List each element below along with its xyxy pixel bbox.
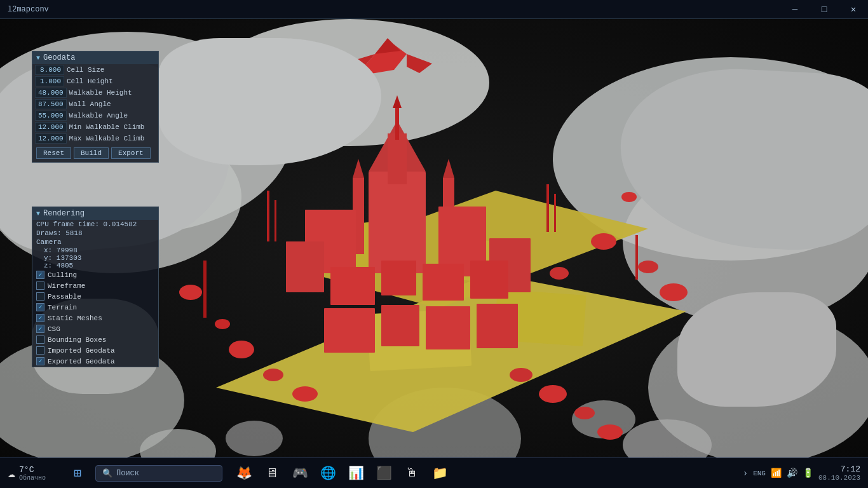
param-min-climb: 12.000 Min Walkable Climb [32, 121, 158, 133]
weather-text: 7°C Облачно [19, 465, 46, 482]
csg-label: CSG [48, 325, 60, 333]
wireframe-label: Wireframe [48, 282, 85, 290]
bounding-boxes-label: Bounding Boxes [48, 336, 106, 344]
svg-rect-55 [554, 194, 556, 232]
taskbar-app-discord[interactable]: 🎮 [287, 461, 313, 486]
csg-checkbox[interactable] [36, 325, 44, 333]
imported-geodata-checkbox[interactable] [36, 346, 44, 355]
close-button[interactable]: ✕ [839, 0, 868, 19]
taskbar-clock: 7:12 08.10.2023 [818, 464, 860, 482]
culling-checkbox[interactable] [36, 271, 44, 279]
geodata-title: Geodata [43, 53, 75, 62]
svg-point-39 [229, 341, 254, 358]
tray-expand-icon[interactable]: › [743, 468, 748, 478]
svg-rect-18 [369, 172, 426, 273]
svg-rect-57 [635, 235, 638, 280]
svg-rect-33 [324, 308, 375, 353]
checkbox-exported-geodata[interactable]: Exported Geodata [32, 356, 158, 367]
svg-marker-23 [353, 159, 364, 178]
taskbar-app-cmd[interactable]: ⬛ [371, 461, 397, 486]
export-button[interactable]: Export [111, 147, 151, 159]
rendering-panel: ▼ Rendering CPU frame time: 0.014582 Dra… [32, 207, 159, 367]
browser-icon: 🌐 [320, 465, 336, 481]
bounding-boxes-checkbox[interactable] [36, 336, 44, 344]
min-climb-label: Min Walkable Climb [69, 123, 145, 131]
build-button[interactable]: Build [74, 147, 109, 159]
passable-checkbox[interactable] [36, 292, 44, 301]
wifi-icon[interactable]: 📶 [771, 468, 782, 478]
volume-icon[interactable]: 🔊 [787, 468, 797, 478]
checkbox-culling[interactable]: Culling [32, 269, 158, 280]
exported-geodata-label: Exported Geodata [48, 358, 115, 365]
checkbox-terrain[interactable]: Terrain [32, 302, 158, 313]
checkbox-wireframe[interactable]: Wireframe [32, 280, 158, 291]
taskbar-app-game[interactable]: 🦊 [231, 461, 257, 486]
checkbox-imported-geodata[interactable]: Imported Geodata [32, 345, 158, 356]
max-climb-value[interactable]: 12.000 [35, 133, 67, 144]
taskbar-app-browser[interactable]: 🌐 [315, 461, 341, 486]
checkbox-passable[interactable]: Passable [32, 291, 158, 302]
taskbar-apps: 🦊 🖥 🎮 🌐 📊 ⬛ 🖱 📁 [226, 461, 458, 486]
maximize-button[interactable]: □ [810, 0, 839, 19]
taskbar-weather: ☁ 7°C Облачно [0, 465, 64, 482]
cmd-icon: ⬛ [376, 465, 392, 481]
svg-point-45 [621, 192, 637, 202]
wireframe-checkbox[interactable] [36, 281, 44, 290]
camera-z: z: 4805 [32, 262, 158, 269]
monitor-icon: 🖱 [405, 466, 418, 481]
cell-size-value[interactable]: 8.000 [35, 65, 64, 75]
search-input[interactable]: Поиск [116, 469, 212, 478]
checkbox-static-meshes[interactable]: Static Meshes [32, 313, 158, 323]
titlebar: l2mapconv ─ □ ✕ [0, 0, 868, 19]
clock-time: 7:12 [841, 464, 860, 474]
wall-angle-value[interactable]: 87.500 [35, 99, 67, 109]
geodata-panel-header: ▼ Geodata [32, 51, 158, 64]
imported-geodata-label: Imported Geodata [48, 347, 115, 355]
svg-rect-31 [423, 264, 464, 301]
battery-icon[interactable]: 🔋 [803, 468, 813, 478]
checkbox-bounding-boxes[interactable]: Bounding Boxes [32, 334, 158, 345]
geodata-params: 8.000 Cell Size 1.000 Cell Height 48.000… [32, 64, 158, 144]
svg-rect-34 [381, 305, 419, 346]
explorer-icon: 📁 [432, 465, 448, 481]
svg-point-42 [638, 261, 658, 273]
terrain-label: Terrain [48, 304, 77, 311]
language-indicator[interactable]: ENG [753, 470, 766, 477]
search-bar[interactable]: 🔍 Поиск [95, 465, 222, 482]
exported-geodata-checkbox[interactable] [36, 357, 44, 365]
window-title: l2mapconv [0, 5, 780, 14]
walkable-angle-label: Walkable Angle [69, 112, 128, 119]
rendering-panel-header: ▼ Rendering [32, 207, 158, 220]
taskbar-tray: › ENG 📶 🔊 🔋 7:12 08.10.2023 [735, 464, 868, 482]
svg-rect-62 [395, 108, 399, 140]
taskbar-app-chart[interactable]: 📊 [343, 461, 369, 486]
cell-height-value[interactable]: 1.000 [35, 76, 64, 86]
minimize-button[interactable]: ─ [780, 0, 810, 19]
taskbar-app-explorer[interactable]: 📁 [427, 461, 452, 486]
svg-rect-36 [477, 304, 518, 348]
taskbar-app-monitor[interactable]: 🖱 [399, 461, 424, 486]
max-climb-label: Max Walkable Climb [69, 135, 145, 142]
terminal-icon: 🖥 [266, 466, 278, 481]
min-climb-value[interactable]: 12.000 [35, 122, 67, 132]
walkable-angle-value[interactable]: 55.000 [35, 111, 67, 121]
walkable-height-label: Walkable Height [69, 89, 132, 97]
chart-icon: 📊 [348, 465, 364, 481]
terrain-bottom-right [677, 292, 836, 407]
temperature: 7°C [19, 465, 46, 475]
svg-rect-52 [267, 191, 269, 241]
rendering-triangle: ▼ [36, 210, 40, 217]
start-button[interactable]: ⊞ [64, 459, 92, 487]
walkable-height-value[interactable]: 48.000 [35, 88, 67, 98]
checkbox-csg[interactable]: CSG [32, 323, 158, 334]
terrain-checkbox[interactable] [36, 303, 44, 311]
taskbar-app-terminal[interactable]: 🖥 [259, 461, 285, 486]
param-cell-size: 8.000 Cell Size [32, 64, 158, 76]
svg-point-48 [510, 368, 532, 382]
discord-icon: 🎮 [292, 465, 308, 481]
svg-rect-35 [426, 306, 470, 349]
window-controls: ─ □ ✕ [780, 0, 868, 19]
reset-button[interactable]: Reset [36, 147, 71, 159]
static-meshes-checkbox[interactable] [36, 314, 44, 322]
windows-logo-icon: ⊞ [74, 465, 81, 481]
